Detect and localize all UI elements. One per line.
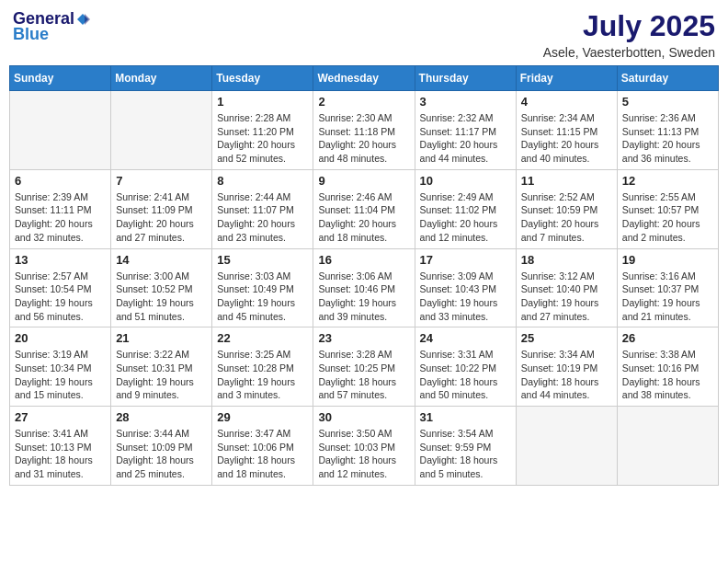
table-row: 1Sunrise: 2:28 AM Sunset: 11:20 PM Dayli… — [212, 91, 313, 170]
table-row: 26Sunrise: 3:38 AM Sunset: 10:16 PM Dayl… — [617, 327, 718, 407]
day-number: 21 — [116, 331, 207, 345]
logo: General Blue — [13, 9, 91, 44]
day-number: 16 — [318, 253, 409, 267]
day-number: 15 — [217, 253, 308, 267]
day-info: Sunrise: 2:28 AM Sunset: 11:20 PM Daylig… — [217, 111, 308, 166]
header-sunday: Sunday — [10, 66, 111, 91]
table-row — [516, 407, 617, 486]
day-info: Sunrise: 3:19 AM Sunset: 10:34 PM Daylig… — [15, 348, 106, 402]
calendar-week-row: 20Sunrise: 3:19 AM Sunset: 10:34 PM Dayl… — [10, 327, 719, 407]
calendar-week-row: 13Sunrise: 2:57 AM Sunset: 10:54 PM Dayl… — [10, 248, 719, 327]
table-row: 6Sunrise: 2:39 AM Sunset: 11:11 PM Dayli… — [10, 169, 111, 248]
table-row: 4Sunrise: 2:34 AM Sunset: 11:15 PM Dayli… — [516, 91, 617, 170]
header-thursday: Thursday — [415, 66, 516, 91]
day-number: 11 — [521, 174, 612, 188]
calendar-week-row: 6Sunrise: 2:39 AM Sunset: 11:11 PM Dayli… — [10, 169, 719, 248]
day-number: 1 — [217, 95, 308, 109]
table-row: 10Sunrise: 2:49 AM Sunset: 11:02 PM Dayl… — [415, 169, 516, 248]
day-info: Sunrise: 2:30 AM Sunset: 11:18 PM Daylig… — [318, 111, 409, 166]
day-number: 12 — [622, 174, 713, 188]
table-row: 23Sunrise: 3:28 AM Sunset: 10:25 PM Dayl… — [313, 327, 415, 407]
day-number: 8 — [217, 174, 308, 188]
day-info: Sunrise: 2:36 AM Sunset: 11:13 PM Daylig… — [622, 111, 713, 166]
day-number: 31 — [420, 410, 511, 424]
header-monday: Monday — [111, 66, 212, 91]
day-number: 2 — [318, 95, 409, 109]
day-number: 14 — [116, 253, 207, 267]
table-row: 24Sunrise: 3:31 AM Sunset: 10:22 PM Dayl… — [415, 327, 516, 407]
day-number: 19 — [622, 253, 713, 267]
day-info: Sunrise: 3:54 AM Sunset: 9:59 PM Dayligh… — [420, 427, 511, 481]
day-number: 30 — [318, 410, 409, 424]
day-info: Sunrise: 2:34 AM Sunset: 11:15 PM Daylig… — [521, 111, 612, 166]
table-row: 12Sunrise: 2:55 AM Sunset: 10:57 PM Dayl… — [617, 169, 718, 248]
table-row: 22Sunrise: 3:25 AM Sunset: 10:28 PM Dayl… — [212, 327, 313, 407]
day-info: Sunrise: 2:39 AM Sunset: 11:11 PM Daylig… — [15, 190, 106, 245]
day-info: Sunrise: 2:41 AM Sunset: 11:09 PM Daylig… — [116, 190, 207, 245]
table-row: 31Sunrise: 3:54 AM Sunset: 9:59 PM Dayli… — [415, 407, 516, 486]
day-info: Sunrise: 3:22 AM Sunset: 10:31 PM Daylig… — [116, 348, 207, 402]
day-number: 28 — [116, 410, 207, 424]
logo-blue-text: Blue — [13, 25, 49, 44]
day-info: Sunrise: 2:57 AM Sunset: 10:54 PM Daylig… — [15, 270, 106, 324]
day-number: 22 — [217, 331, 308, 345]
weekday-header-row: Sunday Monday Tuesday Wednesday Thursday… — [10, 66, 719, 91]
table-row: 3Sunrise: 2:32 AM Sunset: 11:17 PM Dayli… — [415, 91, 516, 170]
day-number: 3 — [420, 95, 511, 109]
day-info: Sunrise: 3:50 AM Sunset: 10:03 PM Daylig… — [318, 427, 409, 481]
day-number: 9 — [318, 174, 409, 188]
calendar-week-row: 1Sunrise: 2:28 AM Sunset: 11:20 PM Dayli… — [10, 91, 719, 170]
table-row: 7Sunrise: 2:41 AM Sunset: 11:09 PM Dayli… — [111, 169, 212, 248]
day-number: 23 — [318, 331, 409, 345]
table-row: 15Sunrise: 3:03 AM Sunset: 10:49 PM Dayl… — [212, 248, 313, 327]
table-row: 17Sunrise: 3:09 AM Sunset: 10:43 PM Dayl… — [415, 248, 516, 327]
logo-icon — [75, 12, 90, 27]
day-info: Sunrise: 2:46 AM Sunset: 11:04 PM Daylig… — [318, 190, 409, 245]
day-number: 13 — [15, 253, 106, 267]
day-number: 5 — [622, 95, 713, 109]
header-friday: Friday — [516, 66, 617, 91]
day-info: Sunrise: 3:31 AM Sunset: 10:22 PM Daylig… — [420, 348, 511, 402]
calendar-week-row: 27Sunrise: 3:41 AM Sunset: 10:13 PM Dayl… — [10, 407, 719, 486]
day-number: 4 — [521, 95, 612, 109]
table-row: 13Sunrise: 2:57 AM Sunset: 10:54 PM Dayl… — [10, 248, 111, 327]
table-row: 5Sunrise: 2:36 AM Sunset: 11:13 PM Dayli… — [617, 91, 718, 170]
day-number: 6 — [15, 174, 106, 188]
day-info: Sunrise: 2:32 AM Sunset: 11:17 PM Daylig… — [420, 111, 511, 166]
calendar-subtitle: Asele, Vaesterbotten, Sweden — [543, 45, 715, 60]
table-row: 28Sunrise: 3:44 AM Sunset: 10:09 PM Dayl… — [111, 407, 212, 486]
day-number: 20 — [15, 331, 106, 345]
table-row — [617, 407, 718, 486]
day-info: Sunrise: 3:00 AM Sunset: 10:52 PM Daylig… — [116, 270, 207, 324]
calendar-table: Sunday Monday Tuesday Wednesday Thursday… — [9, 65, 719, 486]
calendar-title: July 2025 — [543, 9, 715, 43]
header-saturday: Saturday — [617, 66, 718, 91]
day-info: Sunrise: 2:52 AM Sunset: 10:59 PM Daylig… — [521, 190, 612, 245]
day-info: Sunrise: 3:34 AM Sunset: 10:19 PM Daylig… — [521, 348, 612, 402]
day-number: 25 — [521, 331, 612, 345]
table-row: 18Sunrise: 3:12 AM Sunset: 10:40 PM Dayl… — [516, 248, 617, 327]
table-row: 16Sunrise: 3:06 AM Sunset: 10:46 PM Dayl… — [313, 248, 415, 327]
table-row: 29Sunrise: 3:47 AM Sunset: 10:06 PM Dayl… — [212, 407, 313, 486]
day-info: Sunrise: 3:38 AM Sunset: 10:16 PM Daylig… — [622, 348, 713, 402]
title-block: July 2025 Asele, Vaesterbotten, Sweden — [543, 9, 715, 60]
day-number: 10 — [420, 174, 511, 188]
day-info: Sunrise: 3:09 AM Sunset: 10:43 PM Daylig… — [420, 270, 511, 324]
table-row — [111, 91, 212, 170]
day-number: 18 — [521, 253, 612, 267]
day-info: Sunrise: 2:55 AM Sunset: 10:57 PM Daylig… — [622, 190, 713, 245]
table-row: 14Sunrise: 3:00 AM Sunset: 10:52 PM Dayl… — [111, 248, 212, 327]
table-row: 9Sunrise: 2:46 AM Sunset: 11:04 PM Dayli… — [313, 169, 415, 248]
day-info: Sunrise: 2:44 AM Sunset: 11:07 PM Daylig… — [217, 190, 308, 245]
svg-marker-1 — [85, 14, 90, 25]
table-row: 2Sunrise: 2:30 AM Sunset: 11:18 PM Dayli… — [313, 91, 415, 170]
day-number: 27 — [15, 410, 106, 424]
day-info: Sunrise: 3:44 AM Sunset: 10:09 PM Daylig… — [116, 427, 207, 481]
day-info: Sunrise: 3:12 AM Sunset: 10:40 PM Daylig… — [521, 270, 612, 324]
table-row: 11Sunrise: 2:52 AM Sunset: 10:59 PM Dayl… — [516, 169, 617, 248]
day-number: 7 — [116, 174, 207, 188]
table-row — [10, 91, 111, 170]
day-info: Sunrise: 3:03 AM Sunset: 10:49 PM Daylig… — [217, 270, 308, 324]
day-info: Sunrise: 3:28 AM Sunset: 10:25 PM Daylig… — [318, 348, 409, 402]
header-wednesday: Wednesday — [313, 66, 415, 91]
